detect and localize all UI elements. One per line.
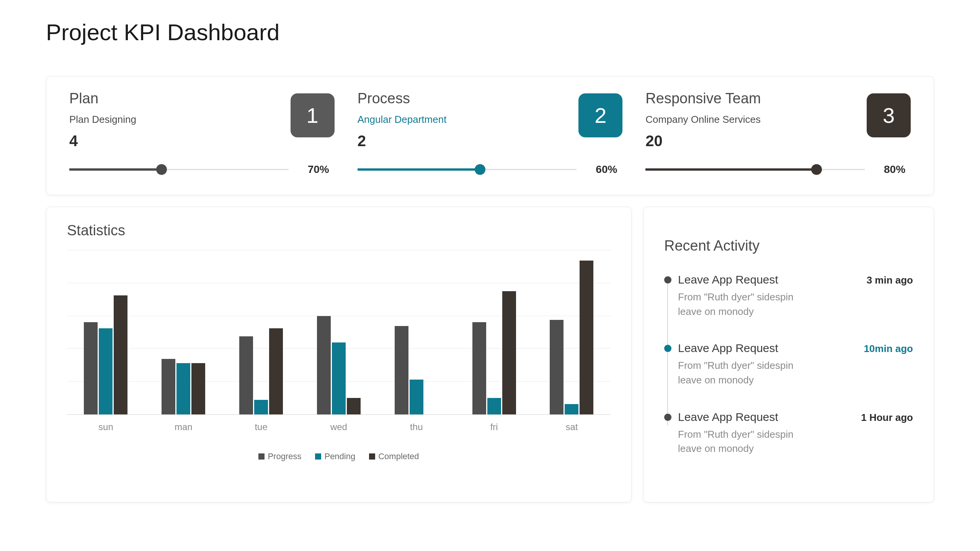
activity-item-time: 10min ago [864,343,913,355]
kpi-value: 2 [358,132,579,150]
activity-item-desc: From "Ruth dyer" sidespin leave on monod… [678,290,816,319]
statistics-title: Statistics [67,222,611,239]
x-axis-label: tue [239,422,283,432]
statistics-chart: sunmantuewedthufrisat ProgressPendingCom… [67,250,611,461]
x-axis-label: thu [395,422,438,432]
kpi-percent: 60% [596,163,622,176]
bar-completed [502,291,516,414]
bar-pending [176,363,190,414]
kpi-slider[interactable] [358,165,577,174]
activity-item-time: 3 min ago [867,274,913,286]
kpi-slider[interactable] [645,165,865,174]
bar-completed [114,295,127,414]
legend-item-progress[interactable]: Progress [258,452,301,461]
kpi-badge: 3 [867,93,911,137]
legend-label: Progress [268,452,301,461]
kpi-percent: 70% [308,163,335,176]
bar-pending [332,342,346,414]
recent-activity-title: Recent Activity [664,238,913,254]
activity-item-desc: From "Ruth dyer" sidespin leave on monod… [678,427,816,456]
recent-activity-card: Recent Activity Leave App Request 3 min … [643,207,934,502]
bar-progress [472,322,486,414]
x-axis-label: wed [317,422,361,432]
kpi-summary-card: Plan Plan Designing 4 1 70% Process Angu… [46,76,934,195]
activity-item-title: Leave App Request [678,342,778,355]
bar-progress [84,322,98,414]
bar-completed [191,363,205,414]
x-axis-label: sat [550,422,593,432]
kpi-badge: 2 [578,93,622,137]
kpi-subtitle: Angular Department [358,114,579,126]
activity-dot [664,276,671,284]
statistics-card: Statistics sunmantuewedthufrisat Progres… [46,207,632,502]
legend-swatch [369,453,375,460]
bar-progress [239,336,253,414]
activity-item-desc: From "Ruth dyer" sidespin leave on monod… [678,359,816,387]
bar-pending [410,380,423,414]
legend-item-pending[interactable]: Pending [315,452,355,461]
kpi-subtitle: Company Online Services [645,114,867,126]
kpi-1: Plan Plan Designing 4 1 70% [69,90,335,176]
activity-dot [664,414,671,421]
legend-item-completed[interactable]: Completed [369,452,419,461]
bar-group-wed [317,250,361,414]
activity-dot [664,345,671,352]
kpi-title: Process [358,90,579,107]
kpi-value: 4 [69,132,291,150]
kpi-title: Responsive Team [645,90,867,107]
bar-completed [269,328,283,414]
x-axis-label: fri [472,422,516,432]
legend-swatch [258,453,265,460]
bar-group-man [162,250,205,414]
bar-completed [580,261,593,414]
x-axis-label: man [162,422,205,432]
bar-pending [565,404,578,414]
bar-progress [395,326,408,414]
bar-pending [99,328,113,414]
activity-item-title: Leave App Request [678,411,778,424]
bar-group-sun [84,250,127,414]
bar-completed [347,398,361,414]
kpi-slider[interactable] [69,165,289,174]
bar-pending [487,398,501,414]
kpi-2: Process Angular Department 2 2 60% [358,90,623,176]
kpi-value: 20 [645,132,867,150]
activity-item-time: 1 Hour ago [861,412,913,424]
activity-item-title: Leave App Request [678,273,778,286]
bar-group-thu [395,250,438,414]
legend-swatch [315,453,321,460]
activity-timeline: Leave App Request 3 min ago From "Ruth d… [664,273,913,456]
activity-item[interactable]: Leave App Request 3 min ago From "Ruth d… [678,273,913,319]
kpi-title: Plan [69,90,291,107]
bar-group-tue [239,250,283,414]
x-axis-label: sun [84,422,127,432]
page-title: Project KPI Dashboard [46,19,934,46]
bar-group-fri [472,250,516,414]
kpi-badge: 1 [291,93,335,137]
legend-label: Pending [324,452,355,461]
bar-progress [550,320,564,414]
activity-item[interactable]: Leave App Request 10min ago From "Ruth d… [678,342,913,387]
kpi-subtitle: Plan Designing [69,114,291,126]
chart-legend: ProgressPendingCompleted [67,452,611,461]
bar-progress [317,316,331,414]
bar-group-sat [550,250,593,414]
activity-item[interactable]: Leave App Request 1 Hour ago From "Ruth … [678,411,913,456]
kpi-percent: 80% [884,163,911,176]
bar-progress [162,359,175,414]
legend-label: Completed [378,452,419,461]
kpi-3: Responsive Team Company Online Services … [645,90,911,176]
bar-pending [254,400,268,414]
